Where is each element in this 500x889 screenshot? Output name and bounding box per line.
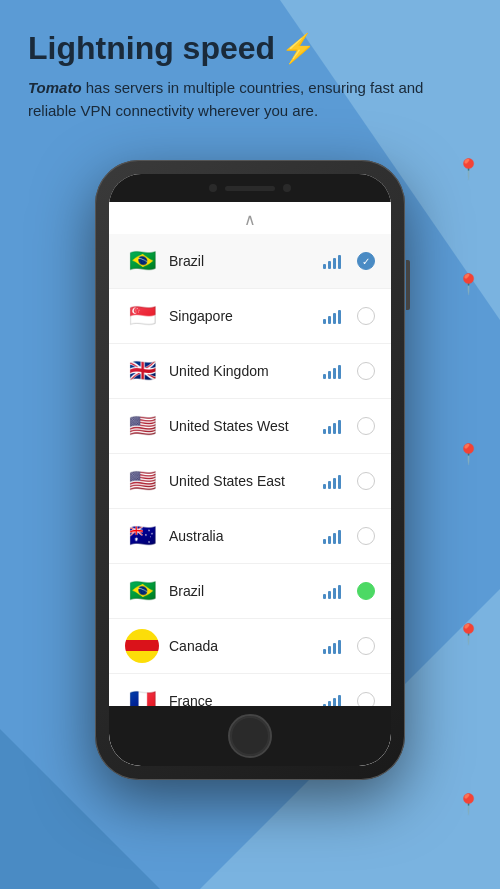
signal-bars <box>323 693 341 706</box>
server-flag: 🏴 <box>125 629 159 663</box>
server-flag: 🇸🇬 <box>125 299 159 333</box>
signal-bars <box>323 638 341 654</box>
description-text: has servers in multiple countries, ensur… <box>28 79 423 119</box>
status-indicator <box>357 417 375 435</box>
phone-outer: ∧ 🇧🇷Brazil🇸🇬Singapore🇬🇧United Kingdom🇺🇸U… <box>95 160 405 780</box>
server-name: United Kingdom <box>169 363 313 379</box>
server-flag: 🇧🇷 <box>125 574 159 608</box>
server-name: United States East <box>169 473 313 489</box>
server-name: United States West <box>169 418 313 434</box>
signal-bars <box>323 363 341 379</box>
server-flag: 🇬🇧 <box>125 354 159 388</box>
server-name: Canada <box>169 638 313 654</box>
lightning-icon: ⚡ <box>281 32 316 65</box>
signal-bars <box>323 473 341 489</box>
server-item[interactable]: 🇸🇬Singapore <box>109 289 391 344</box>
server-item[interactable]: 🇧🇷Brazil <box>109 234 391 289</box>
status-indicator <box>357 527 375 545</box>
phone-content: ∧ 🇧🇷Brazil🇸🇬Singapore🇬🇧United Kingdom🇺🇸U… <box>109 202 391 706</box>
server-flag: 🇦🇺 <box>125 519 159 553</box>
server-item[interactable]: 🇺🇸United States West <box>109 399 391 454</box>
status-indicator <box>357 307 375 325</box>
speaker-slot <box>225 186 275 191</box>
header-title: Lightning speed ⚡ <box>28 30 440 67</box>
home-button[interactable] <box>228 714 272 758</box>
status-indicator <box>357 362 375 380</box>
chevron-up-icon: ∧ <box>244 212 256 228</box>
location-pin-3: 📍 <box>454 440 482 468</box>
status-indicator <box>357 252 375 270</box>
server-flag: 🇧🇷 <box>125 244 159 278</box>
chevron-area: ∧ <box>109 202 391 234</box>
app-name: Tomato <box>28 79 82 96</box>
header-section: Lightning speed ⚡ Tomato has servers in … <box>28 30 440 122</box>
server-name: Brazil <box>169 583 313 599</box>
title-text: Lightning speed <box>28 30 275 67</box>
phone-bottom <box>109 706 391 766</box>
signal-bars <box>323 418 341 434</box>
signal-bars <box>323 253 341 269</box>
header-description: Tomato has servers in multiple countries… <box>28 77 440 122</box>
phone-mockup: ∧ 🇧🇷Brazil🇸🇬Singapore🇬🇧United Kingdom🇺🇸U… <box>95 160 405 780</box>
signal-bars <box>323 308 341 324</box>
location-pin-1: 📍 <box>454 155 482 183</box>
server-flag: 🇺🇸 <box>125 464 159 498</box>
server-item[interactable]: 🇦🇺Australia <box>109 509 391 564</box>
status-indicator <box>357 582 375 600</box>
location-pin-2: 📍 <box>454 270 482 298</box>
server-item[interactable]: 🇺🇸United States East <box>109 454 391 509</box>
status-indicator <box>357 637 375 655</box>
signal-bars <box>323 583 341 599</box>
status-indicator <box>357 692 375 706</box>
server-item[interactable]: 🏴Canada <box>109 619 391 674</box>
server-name: Singapore <box>169 308 313 324</box>
status-indicator <box>357 472 375 490</box>
server-list: 🇧🇷Brazil🇸🇬Singapore🇬🇧United Kingdom🇺🇸Uni… <box>109 234 391 706</box>
sensor-dot <box>283 184 291 192</box>
server-flag: 🇺🇸 <box>125 409 159 443</box>
location-pin-4: 📍 <box>454 620 482 648</box>
camera-dot <box>209 184 217 192</box>
server-item[interactable]: 🇧🇷Brazil <box>109 564 391 619</box>
server-item[interactable]: 🇬🇧United Kingdom <box>109 344 391 399</box>
location-pin-5: 📍 <box>454 790 482 818</box>
server-flag: 🇫🇷 <box>125 684 159 706</box>
signal-bars <box>323 528 341 544</box>
server-item[interactable]: 🇫🇷France <box>109 674 391 706</box>
phone-top-bar <box>109 174 391 202</box>
server-name: Australia <box>169 528 313 544</box>
power-button <box>406 260 410 310</box>
phone-screen: ∧ 🇧🇷Brazil🇸🇬Singapore🇬🇧United Kingdom🇺🇸U… <box>109 174 391 766</box>
server-name: Brazil <box>169 253 313 269</box>
server-name: France <box>169 693 313 706</box>
